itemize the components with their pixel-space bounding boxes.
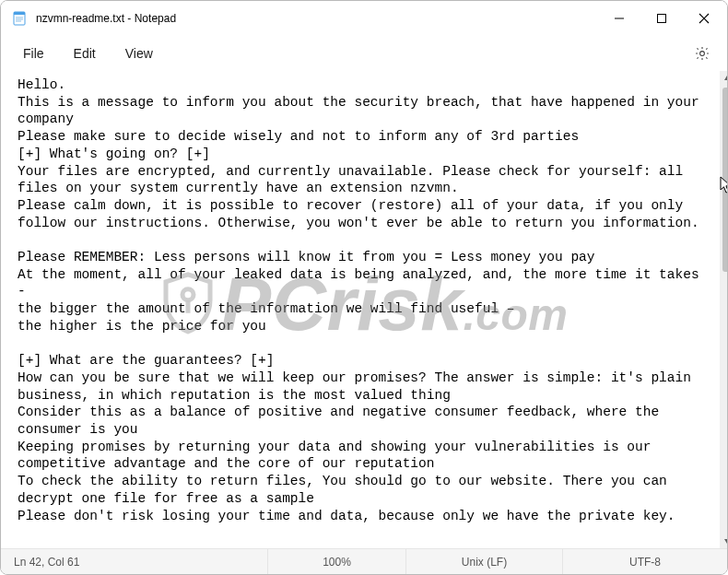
- menu-view[interactable]: View: [112, 41, 166, 66]
- svg-marker-10: [724, 76, 727, 80]
- status-cursor-position: Ln 42, Col 61: [1, 549, 268, 574]
- settings-button[interactable]: [687, 38, 718, 69]
- window-title: nzvmn-readme.txt - Notepad: [36, 12, 176, 25]
- app-name: Notepad: [135, 12, 176, 25]
- menu-edit[interactable]: Edit: [61, 41, 109, 66]
- close-button[interactable]: [683, 4, 725, 33]
- menubar: File Edit View: [1, 36, 727, 71]
- content-area: Hello. This is a message to inform you a…: [1, 71, 727, 548]
- maximize-button[interactable]: [640, 4, 683, 33]
- text-editor[interactable]: Hello. This is a message to inform you a…: [1, 71, 720, 548]
- svg-marker-11: [724, 539, 727, 544]
- status-line-ending: Unix (LF): [406, 549, 563, 574]
- svg-rect-1: [14, 12, 25, 15]
- scroll-thumb[interactable]: [722, 88, 727, 272]
- minimize-button[interactable]: [598, 4, 640, 33]
- notepad-icon: [12, 11, 27, 26]
- statusbar: Ln 42, Col 61 100% Unix (LF) UTF-8: [1, 548, 727, 574]
- filename: nzvmn-readme.txt: [36, 12, 124, 25]
- titlebar: nzvmn-readme.txt - Notepad: [1, 1, 727, 36]
- vertical-scrollbar[interactable]: [720, 71, 727, 548]
- status-encoding: UTF-8: [563, 549, 727, 574]
- scroll-up-button[interactable]: [720, 71, 727, 86]
- status-zoom[interactable]: 100%: [268, 549, 406, 574]
- notepad-window: nzvmn-readme.txt - Notepad File Edit Vie…: [0, 0, 728, 575]
- svg-point-9: [700, 52, 705, 56]
- scroll-down-button[interactable]: [720, 534, 727, 548]
- svg-rect-6: [658, 15, 666, 23]
- menu-file[interactable]: File: [10, 41, 57, 66]
